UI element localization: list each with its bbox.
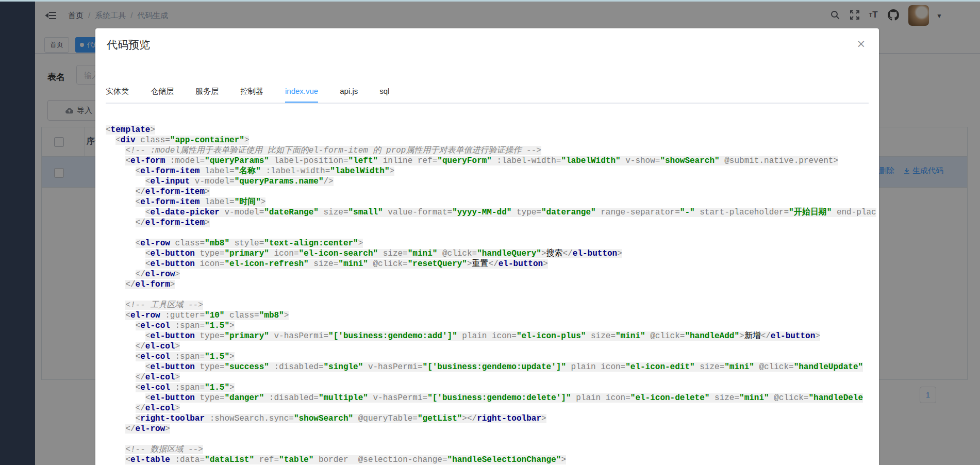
code-line: <el-button type="success" :disabled="sin… (106, 362, 879, 372)
code-line: <el-date-picker v-model="dateRange" size… (106, 207, 879, 218)
code-line: </el-col> (106, 372, 879, 383)
code-line: <el-form-item label="时间"> (106, 197, 879, 207)
top-progress-strip (0, 0, 980, 2)
code-line: <el-col :span="1.5"> (106, 383, 879, 393)
code-line: <!-- 工具区域 --> (106, 300, 879, 310)
code-line: <right-toolbar :showSearch.sync="showSea… (106, 413, 879, 424)
code-line: <el-button type="primary" icon="el-icon-… (106, 248, 879, 259)
dialog-title: 代码预览 (107, 38, 150, 52)
tab-api.js[interactable]: api.js (340, 81, 358, 103)
code-line: </el-form> (106, 279, 879, 290)
code-line: <el-col :span="1.5"> (106, 321, 879, 331)
tab-实体类[interactable]: 实体类 (106, 81, 129, 103)
code-line: <el-button type="danger" :disabled="mult… (106, 393, 879, 403)
code-line: <el-form-item label="名称" :label-width="l… (106, 166, 879, 176)
code-line: </el-col> (106, 341, 879, 352)
code-line: </el-form-item> (106, 187, 879, 197)
code-line: <el-input v-model="queryParams.name"/> (106, 176, 879, 187)
code-line: <el-row class="mb8" style="text-align:ce… (106, 238, 879, 248)
code-line: <el-col :span="1.5"> (106, 352, 879, 362)
code-block[interactable]: <template> <div class="app-container"> <… (106, 125, 879, 465)
tab-服务层[interactable]: 服务层 (195, 81, 219, 103)
code-line: </el-row> (106, 269, 879, 279)
code-line (106, 228, 879, 238)
tab-控制器[interactable]: 控制器 (240, 81, 263, 103)
code-line: <el-table :data="dataList" ref="table" b… (106, 455, 879, 465)
code-line: <el-form :model="queryParams" label-posi… (106, 156, 879, 166)
code-line: <el-button icon="el-icon-refresh" size="… (106, 259, 879, 269)
code-line (106, 434, 879, 444)
code-line: </el-row> (106, 424, 879, 434)
dialog-tabs: 实体类仓储层服务层控制器index.vueapi.jssql (106, 81, 869, 104)
code-line: <el-button type="primary" v-hasPermi="['… (106, 331, 879, 341)
tab-仓储层[interactable]: 仓储层 (151, 81, 174, 103)
code-preview-dialog: 代码预览 × 实体类仓储层服务层控制器index.vueapi.jssql <t… (95, 28, 879, 465)
code-line: <!-- :model属性用于表单验证使用 比如下面的el-form-item … (106, 145, 879, 156)
code-line: <el-row :gutter="10" class="mb8"> (106, 310, 879, 321)
code-line: <template> (106, 125, 879, 135)
code-line: <!-- 数据区域 --> (106, 444, 879, 455)
tab-sql[interactable]: sql (379, 81, 389, 103)
code-line: </el-col> (106, 403, 879, 413)
code-line (106, 290, 879, 300)
app-root: { "colors": { "accent": "#409eff", "side… (0, 0, 980, 465)
tab-index.vue[interactable]: index.vue (285, 81, 318, 103)
code-line: <div class="app-container"> (106, 135, 879, 145)
close-icon[interactable]: × (856, 38, 866, 50)
code-line: </el-form-item> (106, 218, 879, 228)
